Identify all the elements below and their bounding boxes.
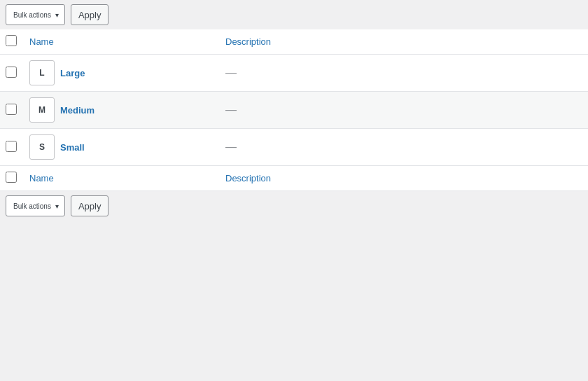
table-row: MMedium— (0, 92, 588, 129)
select-all-footer[interactable] (0, 166, 22, 191)
row-checkbox-cell (0, 92, 22, 129)
attributes-table: Name Description LLarge—MMedium—SSmall— … (0, 29, 588, 191)
top-toolbar: Bulk actions ▾ Apply (0, 0, 588, 29)
row-checkbox[interactable] (6, 67, 17, 78)
col-footer-description-label: Description (225, 173, 271, 183)
select-all-checkbox-bottom[interactable] (6, 172, 17, 183)
row-checkbox-cell (0, 55, 22, 92)
col-footer-name-label: Name (29, 173, 54, 183)
page-container: Bulk actions ▾ Apply Name Description LL… (0, 0, 588, 381)
col-footer-description[interactable]: Description (218, 166, 588, 191)
select-all-header[interactable] (0, 29, 22, 55)
description-dash: — (225, 104, 237, 116)
row-name-cell: MMedium (22, 92, 218, 129)
col-footer-name[interactable]: Name (22, 166, 218, 191)
table-row: SSmall— (0, 129, 588, 166)
description-dash: — (225, 141, 237, 153)
bulk-actions-label-bottom: Bulk actions (13, 202, 51, 210)
bulk-actions-label-top: Bulk actions (13, 11, 51, 19)
attr-icon: M (29, 97, 55, 123)
row-checkbox[interactable] (6, 104, 17, 115)
attr-icon: L (29, 60, 55, 85)
row-name-cell: SSmall (22, 129, 218, 166)
apply-button-bottom[interactable]: Apply (71, 195, 109, 216)
apply-button-top[interactable]: Apply (71, 4, 109, 25)
table-footer-row: Name Description (0, 166, 588, 191)
col-header-description[interactable]: Description (218, 29, 588, 55)
attr-name-wrapper: SSmall (29, 134, 211, 160)
attr-name-wrapper: LLarge (29, 60, 211, 85)
bulk-actions-dropdown-top[interactable]: Bulk actions ▾ (6, 4, 65, 25)
chevron-down-icon-bottom: ▾ (55, 202, 59, 210)
row-description-cell: — (218, 129, 588, 166)
select-all-checkbox[interactable] (6, 35, 17, 46)
attr-icon: S (29, 134, 55, 160)
col-name-label: Name (29, 36, 54, 47)
attr-name-link[interactable]: Medium (60, 105, 94, 116)
footer-area (0, 221, 588, 375)
attr-name-link[interactable]: Small (60, 142, 85, 153)
bottom-toolbar: Bulk actions ▾ Apply (0, 191, 588, 221)
row-checkbox-cell (0, 129, 22, 166)
col-header-name[interactable]: Name (22, 29, 218, 55)
bulk-actions-dropdown-bottom[interactable]: Bulk actions ▾ (6, 195, 65, 216)
chevron-down-icon-top: ▾ (55, 11, 59, 19)
row-description-cell: — (218, 55, 588, 92)
table-header-row: Name Description (0, 29, 588, 55)
table-row: LLarge— (0, 55, 588, 92)
row-checkbox[interactable] (6, 141, 17, 152)
attr-name-wrapper: MMedium (29, 97, 211, 123)
row-name-cell: LLarge (22, 55, 218, 92)
attr-name-link[interactable]: Large (60, 68, 85, 78)
description-dash: — (225, 67, 237, 78)
col-description-label: Description (225, 36, 271, 47)
row-description-cell: — (218, 92, 588, 129)
